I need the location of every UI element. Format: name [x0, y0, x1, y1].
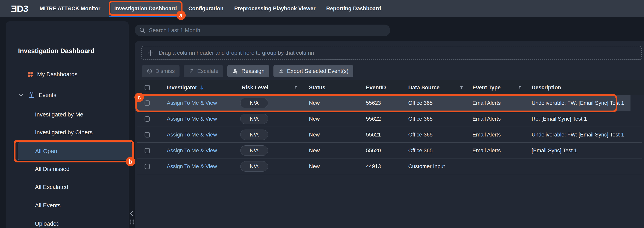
data-source-value: Office 365	[408, 111, 433, 127]
sidebar: Investigation Dashboard My Dashboards	[6, 21, 129, 228]
row-divider	[136, 174, 642, 174]
sidebar-item-my-dashboards[interactable]: My Dashboards	[6, 65, 129, 83]
description-value: [Email Sync] Test 1	[532, 143, 577, 158]
assign-to-me-link[interactable]: Assign To Me & View	[167, 148, 217, 154]
nav-item-investigation-dashboard[interactable]: Investigation Dashboard a	[110, 2, 180, 15]
nav-item-configuration[interactable]: Configuration	[188, 5, 224, 12]
button-label: Reassign	[241, 68, 264, 74]
assign-to-me-link[interactable]: Assign To Me & View	[167, 116, 217, 122]
button-label: Dismiss	[155, 68, 175, 74]
annotation-box-b: b	[14, 140, 134, 162]
event-type-value: Email Alerts	[472, 143, 501, 158]
risk-level-badge: N/A	[240, 129, 268, 140]
select-all-checkbox[interactable]	[144, 85, 150, 90]
ban-icon	[146, 68, 152, 74]
row-checkbox[interactable]	[144, 101, 150, 106]
column-header-data-source[interactable]: Data Source	[408, 80, 440, 95]
export-selected-events-button[interactable]: Export Selected Event(s)	[274, 65, 353, 77]
sidebar-item-uploaded[interactable]: Uploaded	[18, 215, 132, 228]
column-header-event-type[interactable]: Event Type	[472, 80, 500, 95]
sidebar-item-all-open[interactable]: All Open b	[18, 142, 132, 160]
column-header-risk-level[interactable]: Risk Level	[242, 80, 268, 95]
data-source-value: Office 365	[408, 143, 433, 158]
eventid-value: 55622	[366, 111, 381, 127]
dashboard-grid-icon	[27, 71, 34, 78]
column-header-status[interactable]: Status	[309, 80, 326, 95]
app-window: ƎD3 MITRE ATT&CK Monitor Investigation D…	[0, 0, 644, 228]
table-row[interactable]: Assign To Me & View N/A New 55622 Office…	[135, 111, 644, 127]
description-value: Undeliverable: FW: [Email Sync] Test 1	[532, 127, 624, 143]
sidebar-item-all-events[interactable]: All Events	[18, 197, 132, 214]
sidebar-collapse-icon[interactable]	[129, 210, 134, 217]
row-checkbox[interactable]	[144, 148, 150, 153]
assign-to-me-link[interactable]: Assign To Me & View	[167, 100, 217, 106]
column-header-description[interactable]: Description	[532, 80, 561, 95]
sidebar-group-events[interactable]: Events	[6, 86, 129, 104]
data-source-value: Office 365	[408, 95, 433, 111]
description-value: Undeliverable: FW: [Email Sync] Test 1	[532, 95, 624, 111]
sidebar-item-investigated-by-me[interactable]: Investigated by Me	[18, 106, 132, 123]
button-label: Export Selected Event(s)	[287, 68, 348, 74]
risk-level-badge: N/A	[240, 98, 268, 108]
top-nav: ƎD3 MITRE ATT&CK Monitor Investigation D…	[0, 0, 644, 17]
sidebar-item-label: My Dashboards	[37, 71, 78, 78]
events-grid-panel: Drag a column header and drop it here to…	[135, 41, 644, 228]
eventid-value: 55621	[366, 127, 381, 143]
table-header-row: Investigator Risk Level Status EventID D…	[135, 80, 644, 95]
sort-descending-icon	[200, 85, 204, 90]
reassign-button[interactable]: Reassign	[228, 65, 269, 77]
row-checkbox[interactable]	[144, 116, 150, 122]
button-label: Escalate	[197, 68, 218, 74]
search-icon	[139, 27, 146, 34]
search-input[interactable]	[149, 27, 388, 33]
event-type-filter-icon[interactable]	[518, 80, 522, 95]
group-by-drop-zone[interactable]: Drag a column header and drop it here to…	[142, 46, 642, 60]
grid-toolbar: Dismiss Escalate	[142, 65, 353, 77]
sidebar-title: Investigation Dashboard	[18, 47, 94, 55]
table-row[interactable]: Assign To Me & View N/A New 55620 Office…	[135, 143, 644, 158]
eventid-value: 44913	[366, 158, 381, 174]
sidebar-resize-grip[interactable]	[130, 219, 135, 228]
arrow-up-right-icon	[188, 68, 194, 74]
select-all-checkbox-cell	[144, 80, 150, 95]
table-row[interactable]: Assign To Me & View N/A New 55623 Office…	[135, 95, 630, 111]
download-icon	[278, 68, 284, 74]
risk-level-badge: N/A	[240, 114, 268, 124]
table-body: Assign To Me & View N/A New 55623 Office…	[135, 95, 644, 228]
assign-to-me-link[interactable]: Assign To Me & View	[167, 163, 217, 170]
table-row[interactable]: Assign To Me & View N/A New 55621 Office…	[135, 127, 644, 143]
search-bar	[135, 24, 390, 36]
d3-logo: ƎD3	[11, 3, 28, 14]
escalate-button[interactable]: Escalate	[184, 65, 223, 77]
dismiss-button[interactable]: Dismiss	[142, 65, 180, 77]
sidebar-item-all-dismissed[interactable]: All Dismissed	[18, 160, 132, 178]
column-header-investigator[interactable]: Investigator	[167, 80, 204, 95]
data-source-value: Customer Input	[408, 158, 445, 174]
move-icon	[147, 49, 154, 56]
status-value: New	[309, 143, 320, 158]
sidebar-item-investigated-by-others[interactable]: Investigated by Others	[18, 123, 132, 141]
event-type-value: Email Alerts	[472, 95, 501, 111]
event-type-value: Email Alerts	[472, 111, 501, 127]
risk-level-filter-icon[interactable]	[294, 80, 298, 95]
column-header-eventid[interactable]: EventID	[366, 80, 386, 95]
eventid-value: 55620	[366, 143, 381, 158]
status-value: New	[309, 127, 320, 143]
calendar-alert-icon	[28, 92, 35, 99]
row-checkbox[interactable]	[144, 164, 150, 169]
sidebar-item-all-escalated[interactable]: All Escalated	[18, 178, 132, 196]
data-source-value: Office 365	[408, 127, 433, 143]
table-row[interactable]: Assign To Me & View N/A New 44913 Custom…	[135, 158, 644, 174]
nav-item-preprocessing-playbook-viewer[interactable]: Preprocessing Playbook Viewer	[234, 5, 315, 12]
eventid-value: 55623	[366, 95, 381, 111]
chevron-down-icon[interactable]	[18, 92, 24, 98]
nav-item-reporting-dashboard[interactable]: Reporting Dashboard	[326, 5, 381, 12]
nav-item-mitre-attck-monitor[interactable]: MITRE ATT&CK Monitor	[40, 5, 100, 12]
risk-level-badge: N/A	[240, 145, 268, 156]
reassign-user-icon	[232, 68, 238, 74]
column-label: Investigator	[167, 85, 197, 91]
data-source-filter-icon[interactable]	[459, 80, 464, 95]
row-checkbox[interactable]	[144, 132, 150, 137]
risk-level-badge: N/A	[240, 161, 268, 172]
assign-to-me-link[interactable]: Assign To Me & View	[167, 132, 217, 138]
